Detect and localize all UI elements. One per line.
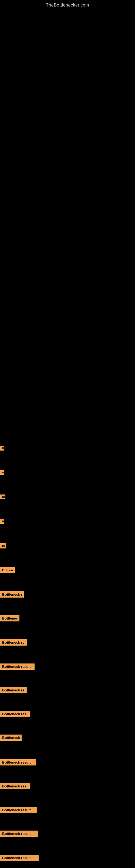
bottleneck-label: Bottleneck r (0, 591, 24, 597)
list-item: Bottleneck result (0, 855, 39, 862)
list-item: Bottleneck r (0, 591, 24, 599)
list-item: Bottleneck re (0, 639, 27, 647)
list-item: B (0, 519, 4, 525)
bottleneck-label: B (0, 446, 4, 451)
bottleneck-label: Bottleneck re (0, 639, 27, 646)
list-item: Bottleneck re (0, 687, 27, 694)
list-item: Bottlen (0, 567, 15, 574)
bottleneck-label: Bottleneck result (0, 831, 38, 837)
list-item: Bottleneck result (0, 831, 38, 838)
list-item: Bottleneck result (0, 807, 37, 814)
list-item: B (0, 470, 4, 476)
list-item: Bottleneck (0, 735, 21, 742)
bottleneck-label: Bottleneck (0, 735, 21, 741)
bottleneck-label: B (0, 519, 4, 524)
bottleneck-label: Bottleneck result (0, 855, 39, 861)
list-item: Bo (0, 495, 5, 500)
list-item: B (0, 446, 4, 452)
bottleneck-label: Bottleneck result (0, 807, 37, 813)
bottleneck-label: Bo (0, 543, 6, 549)
content-area: BBBoBBoBottlenBottleneck rBottlenecBottl… (0, 9, 135, 868)
list-item: Bottlenec (0, 615, 19, 622)
site-title: TheBottlenecker.com (0, 0, 135, 9)
bottleneck-label: Bottleneck res (0, 783, 30, 789)
bottleneck-label: Bo (0, 495, 5, 499)
list-item: Bottleneck res (0, 783, 30, 790)
bottleneck-label: B (0, 470, 4, 475)
bottleneck-label: Bottlen (0, 567, 15, 573)
bottleneck-label: Bottleneck result (0, 663, 35, 670)
bottleneck-label: Bottlenec (0, 615, 19, 621)
bottleneck-label: Bottleneck result (0, 759, 36, 766)
bottleneck-label: Bottleneck re (0, 687, 27, 693)
bottleneck-label: Bottleneck res (0, 711, 30, 717)
list-item: Bo (0, 543, 6, 550)
list-item: Bottleneck result (0, 759, 36, 767)
list-item: Bottleneck res (0, 711, 30, 718)
list-item: Bottleneck result (0, 663, 35, 671)
